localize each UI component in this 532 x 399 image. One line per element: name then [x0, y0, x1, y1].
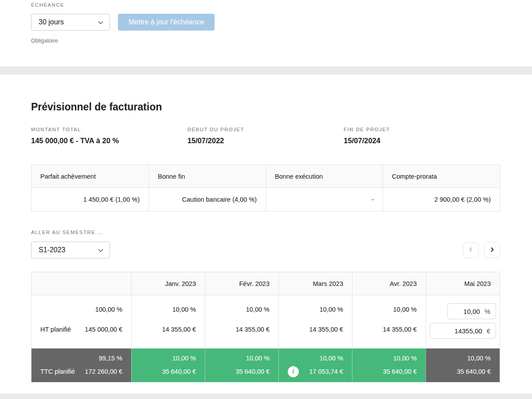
semester-pagination — [463, 242, 500, 258]
ttc-total-amount: 172 260,00 € — [85, 368, 122, 375]
guarantee-value: Caution bancaire (4,00 %) — [149, 188, 266, 211]
deadline-label: ÉCHÉANCE — [31, 2, 501, 8]
chevron-right-icon — [489, 246, 495, 254]
ht-month-cell: 10,00 % 14 355,00 € — [205, 295, 278, 348]
summary-project-start: DÉBUT DU PROJET 15/07/2022 — [188, 126, 344, 145]
summary-value: 15/07/2024 — [344, 137, 500, 145]
guarantee-value: 2 900,00 € (2,00 %) — [383, 188, 500, 211]
ttc-row-label: TTC planifié — [40, 368, 75, 375]
month-header: Mai 2023 — [426, 272, 500, 295]
ttc-percent: 10,00 % — [361, 355, 417, 362]
guarantee-value: 1 450,00 € (1,00 %) — [31, 188, 149, 211]
ht-percent: 10,00 % — [214, 306, 270, 314]
deadline-select-value: 30 jours — [39, 18, 64, 26]
previous-semester-button[interactable] — [463, 242, 479, 258]
billing-forecast-section: Prévisionnel de facturation MONTANT TOTA… — [0, 101, 532, 382]
ttc-month-cell: 10,00 % 35 640,00 € — [131, 348, 205, 382]
next-semester-button[interactable] — [484, 242, 500, 258]
ttc-amount: 35 640,00 € — [235, 368, 270, 375]
section-divider — [0, 66, 532, 74]
ttc-total-cell: 99,15 % TTC planifié 172 260,00 € — [31, 348, 131, 382]
chevron-left-icon — [468, 246, 474, 254]
ht-percent: 10,00 % — [141, 306, 196, 314]
summary-label: MONTANT TOTAL — [31, 126, 188, 133]
guarantee-value: - — [266, 188, 383, 211]
percent-suffix: % — [485, 308, 490, 315]
bottom-divider — [0, 394, 532, 399]
guarantees-table: Parfait achèvement Bonne fin Bonne exécu… — [31, 164, 500, 211]
summary-value: 145 000,00 € - TVA à 20 % — [31, 137, 188, 145]
ttc-total-percent: 99,15 % — [40, 355, 122, 362]
ht-total-cell: 100,00 % HT planifié 145 000,00 € — [31, 295, 131, 348]
info-icon[interactable]: i — [288, 366, 299, 377]
guarantee-header: Parfait achèvement — [31, 165, 149, 188]
update-deadline-button[interactable]: Mettre à jour l'échéance — [118, 14, 215, 31]
semester-controls: S1-2023 — [31, 242, 500, 258]
ht-month-cell: 10,00 % 14 355,00 € — [278, 295, 352, 348]
may-amount-input[interactable] — [435, 327, 482, 335]
ht-amount: 14 355,00 € — [162, 326, 196, 333]
summary-total-amount: MONTANT TOTAL 145 000,00 € - TVA à 20 % — [31, 126, 188, 145]
ht-percent: 10,00 % — [361, 306, 417, 314]
corner-header-cell — [31, 272, 131, 295]
summary-label: DÉBUT DU PROJET — [188, 126, 344, 133]
ttc-percent: 10,00 % — [435, 355, 491, 362]
ttc-percent: 10,00 % — [288, 355, 343, 362]
page-title: Prévisionnel de facturation — [31, 101, 500, 113]
month-header: Févr. 2023 — [205, 272, 278, 295]
may-percent-input[interactable] — [453, 308, 480, 315]
ttc-amount: 35 640,00 € — [457, 368, 491, 375]
deadline-select[interactable]: 30 jours — [31, 14, 110, 31]
ht-total-amount: 145 000,00 € — [85, 326, 122, 333]
summary-label: FIN DE PROJET — [344, 126, 500, 133]
guarantee-header: Bonne exécution — [266, 165, 383, 188]
ttc-month-cell: 10,00 % 35 640,00 € — [205, 348, 278, 382]
project-summary: MONTANT TOTAL 145 000,00 € - TVA à 20 % … — [31, 126, 500, 145]
semester-select-value: S1-2023 — [39, 246, 66, 254]
euro-suffix: € — [487, 327, 490, 335]
summary-value: 15/07/2022 — [188, 137, 344, 145]
ht-month-cell-editable: % € — [426, 295, 500, 348]
deadline-controls: 30 jours Mettre à jour l'échéance — [31, 14, 501, 31]
guarantee-header: Bonne fin — [149, 165, 266, 188]
ttc-month-cell: 10,00 % 35 640,00 € — [426, 348, 500, 382]
semester-label: ALLER AU SEMESTRE ... — [31, 229, 500, 235]
guarantee-header: Compte-prorata — [383, 165, 500, 188]
month-header: Avr. 2023 — [352, 272, 426, 295]
ht-total-percent: 100,00 % — [40, 306, 122, 314]
ttc-percent: 10,00 % — [214, 355, 270, 362]
month-header: Janv. 2023 — [131, 272, 205, 295]
ttc-month-cell-with-info: 10,00 % i 17 053,74 € — [278, 348, 352, 382]
ttc-amount: 35 640,00 € — [383, 368, 417, 375]
ht-amount: 14 355,00 € — [309, 326, 343, 333]
chevron-down-icon — [98, 18, 103, 26]
monthly-planning-table: Janv. 2023 Févr. 2023 Mars 2023 Avr. 202… — [31, 272, 500, 382]
ht-amount: 14 355,00 € — [383, 326, 417, 333]
ttc-month-cell: 10,00 % 35 640,00 € — [352, 348, 426, 382]
ht-row-label: HT planifié — [40, 326, 71, 333]
ttc-amount: 35 640,00 € — [162, 368, 196, 375]
ttc-amount: 17 053,74 € — [309, 368, 343, 375]
may-percent-field[interactable]: % — [447, 303, 496, 319]
summary-project-end: FIN DE PROJET 15/07/2024 — [344, 126, 500, 145]
deadline-helper-text: Obligatoire — [31, 38, 501, 44]
chevron-down-icon — [98, 246, 103, 254]
ht-percent: 10,00 % — [288, 306, 343, 314]
page: ÉCHÉANCE 30 jours Mettre à jour l'échéan… — [0, 0, 532, 399]
ht-month-cell: 10,00 % 14 355,00 € — [131, 295, 205, 348]
ht-month-cell: 10,00 % 14 355,00 € — [352, 295, 426, 348]
ttc-percent: 10,00 % — [141, 355, 196, 362]
month-header: Mars 2023 — [278, 272, 352, 295]
may-amount-field[interactable]: € — [430, 323, 496, 339]
deadline-section: ÉCHÉANCE 30 jours Mettre à jour l'échéan… — [0, 0, 532, 66]
ht-amount: 14 355,00 € — [235, 326, 270, 333]
semester-select[interactable]: S1-2023 — [31, 242, 110, 258]
